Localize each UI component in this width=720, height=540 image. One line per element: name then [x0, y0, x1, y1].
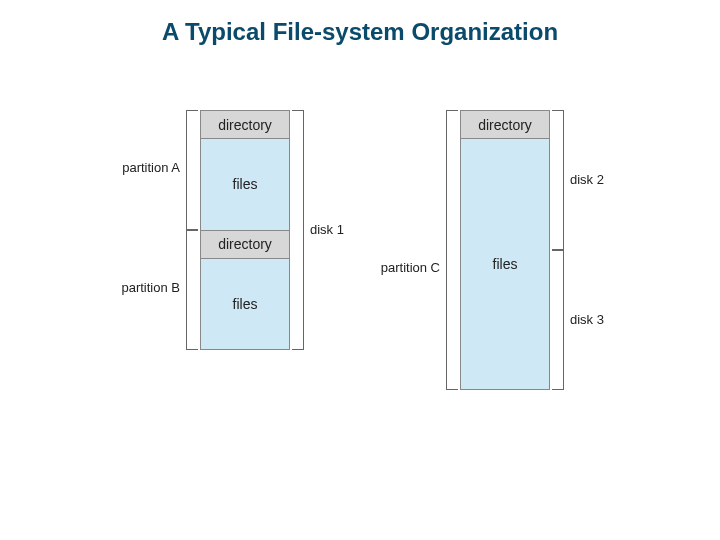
left-stack-dir-a: directory: [201, 111, 289, 139]
label-partition-a: partition A: [108, 160, 180, 175]
label-disk-2: disk 2: [570, 172, 604, 187]
right-stack: directory files: [460, 110, 550, 390]
bracket-disk-1: [292, 110, 304, 350]
page-title: A Typical File-system Organization: [0, 18, 720, 46]
bracket-partition-b: [186, 230, 198, 350]
right-stack-files: files: [461, 139, 549, 389]
left-stack-files-a: files: [201, 139, 289, 231]
bracket-disk-3: [552, 250, 564, 390]
label-partition-b: partition B: [108, 280, 180, 295]
label-partition-c: partition C: [368, 260, 440, 275]
right-stack-dir: directory: [461, 111, 549, 139]
left-stack: directory files directory files: [200, 110, 290, 350]
bracket-partition-a: [186, 110, 198, 230]
bracket-partition-c: [446, 110, 458, 390]
left-stack-files-b: files: [201, 259, 289, 350]
left-stack-dir-b: directory: [201, 231, 289, 259]
label-disk-1: disk 1: [310, 222, 344, 237]
bracket-disk-2: [552, 110, 564, 250]
label-disk-3: disk 3: [570, 312, 604, 327]
